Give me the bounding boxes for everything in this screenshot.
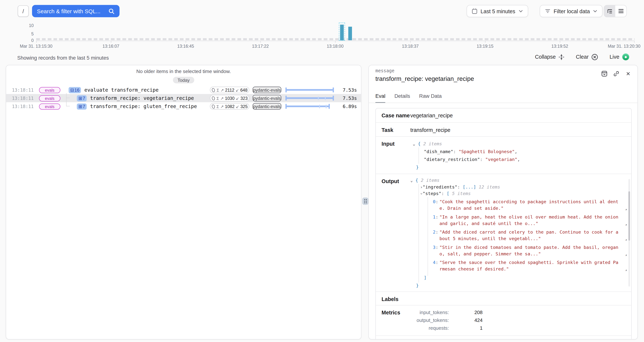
dock-panel-icon[interactable] xyxy=(601,70,608,77)
scope-badge: evals xyxy=(39,87,60,93)
case-name-value: vegetarian_recipe xyxy=(410,108,631,123)
record-row-evaluate-transform-recipe[interactable]: 13:18:11 evals ⊟ 16 evaluate transform_r… xyxy=(6,86,361,94)
clear-button[interactable]: Clear xyxy=(576,54,598,60)
sigma-icon: Σ xyxy=(216,96,219,100)
search-icon xyxy=(108,8,114,14)
output-token-count: 648 xyxy=(240,87,248,92)
tree-view-toggle[interactable] xyxy=(604,6,615,17)
timeline-bar-1[interactable] xyxy=(340,24,344,40)
tab-raw-data[interactable]: Raw Data xyxy=(419,93,442,103)
x-axis-label: Mar 31. 13:15:30 xyxy=(20,44,52,48)
record-row-vegetarian-recipe[interactable]: 13:18:11 evals ⊞ 7 transform_recipe: veg… xyxy=(6,94,361,102)
panel-resize-handle[interactable] xyxy=(362,198,368,205)
collapse-button[interactable]: Collapse xyxy=(535,54,564,60)
json-items-note: 2 items xyxy=(421,178,440,183)
detail-panel: message transform_recipe: vegetarian_rec… xyxy=(368,65,638,340)
json-steps-line[interactable]: ›"steps": [ 5 items xyxy=(410,190,631,197)
json-step-item: 4: "Serve the sauce over the cooked spag… xyxy=(410,260,631,273)
tab-eval[interactable]: Eval xyxy=(376,93,386,103)
date-separator-badge: Today xyxy=(173,77,194,83)
chevron-expanded-icon[interactable]: › xyxy=(418,192,425,195)
json-items-note: 5 items xyxy=(452,191,471,196)
record-row-gluten-free-recipe[interactable]: 13:18:11 evals ⊞ 7 transform_recipe: glu… xyxy=(6,102,361,110)
child-count: 7 xyxy=(83,96,85,100)
span-name: transform_recipe: vegetarian_recipe xyxy=(90,95,194,101)
duration-gantt-bar xyxy=(286,95,334,101)
metric-input-tokens: input_tokens:208 xyxy=(410,309,627,316)
token-usage-pill: Σ ↗ 1082 ↙ 325 xyxy=(210,103,249,110)
task-label: Task xyxy=(382,127,393,133)
collapse-children-badge[interactable]: ⊟ 16 xyxy=(68,87,81,93)
tree-view-icon xyxy=(607,8,613,14)
y-axis-tick-0: 0 xyxy=(24,38,34,43)
square-plus-icon: ⊞ xyxy=(78,104,82,109)
assertions-row: Assertions ✕ ✓ ✓ xyxy=(376,336,631,340)
task-row: Task transform_recipe xyxy=(376,122,631,136)
filter-local-data-dropdown[interactable]: Filter local data xyxy=(540,5,603,17)
timeline-bar-2[interactable] xyxy=(348,27,352,40)
close-panel-icon[interactable]: ✕ xyxy=(624,70,632,77)
x-axis-tick xyxy=(186,41,186,43)
calendar-icon xyxy=(472,8,477,14)
clear-button-label: Clear xyxy=(576,54,588,60)
output-token-count: 323 xyxy=(240,96,248,100)
chevron-collapsed-icon[interactable]: › xyxy=(420,184,422,190)
tree-connector-elbow xyxy=(66,98,70,98)
output-token-count: 325 xyxy=(240,104,248,109)
x-axis-label: 13:16:45 xyxy=(177,44,194,48)
span-name: evaluate transform_recipe xyxy=(84,87,158,93)
json-indent-guide xyxy=(418,147,419,164)
labels-row: Labels xyxy=(376,292,631,305)
expand-children-badge[interactable]: ⊞ 7 xyxy=(77,95,87,101)
square-plus-icon: ⊞ xyxy=(78,95,82,101)
output-label: Output xyxy=(382,178,399,184)
arrow-up-right-icon: ↗ xyxy=(220,96,224,100)
x-axis-label: 13:16:07 xyxy=(102,44,119,48)
json-ingredients-line[interactable]: ›"ingredients": [...] 12 items xyxy=(410,184,631,190)
detail-panel-title: transform_recipe: vegetarian_recipe xyxy=(376,75,474,82)
sigma-icon: Σ xyxy=(216,104,219,108)
output-json-tree[interactable]: ⌄ { 2 items ›"ingredients": [...] 12 ite… xyxy=(410,174,631,292)
sigma-icon: Σ xyxy=(217,88,219,92)
chevron-expanded-icon[interactable]: ⌄ xyxy=(413,140,415,148)
token-usage-pill: Σ ↗ 2112 ↙ 648 xyxy=(210,86,249,93)
live-label: Live xyxy=(610,54,620,60)
time-range-dropdown[interactable]: Last 5 minutes xyxy=(466,5,528,17)
keyboard-shortcut-hint: / xyxy=(18,6,29,17)
chevron-down-icon xyxy=(593,10,597,12)
copy-link-icon[interactable] xyxy=(613,70,620,77)
x-axis-label: 13:19:52 xyxy=(552,44,568,48)
x-axis-label: Mar 31. 13:20:30 xyxy=(608,44,640,48)
search-button[interactable]: Search & filter with SQL... xyxy=(32,5,120,17)
record-kind-label: message xyxy=(376,68,394,74)
x-axis-tick xyxy=(560,41,560,43)
expand-children-badge[interactable]: ⊞ 7 xyxy=(77,103,87,109)
list-view-toggle[interactable] xyxy=(615,6,626,17)
output-scrollbar[interactable] xyxy=(628,179,630,286)
output-scrollbar-thumb[interactable] xyxy=(628,191,630,240)
task-value: transform_recipe xyxy=(410,123,631,137)
live-toggle[interactable]: Live ◆ xyxy=(610,54,629,60)
json-items-note: 2 items xyxy=(423,141,442,146)
collapse-button-label: Collapse xyxy=(535,54,556,60)
chevron-expanded-icon[interactable]: ⌄ xyxy=(410,177,413,184)
case-name-row: Case name vegetarian_recipe xyxy=(376,108,631,122)
x-axis-tick xyxy=(485,41,486,43)
x-axis-tick xyxy=(335,41,336,43)
tab-details[interactable]: Details xyxy=(394,93,410,103)
token-coin-icon xyxy=(212,104,215,108)
duration-text: 6.89s xyxy=(338,104,357,109)
x-axis-tick xyxy=(410,41,411,43)
json-step-item: 1: "In a large pan, heat the olive oil o… xyxy=(410,214,631,227)
detail-tabs: Eval Details Raw Data xyxy=(376,93,442,103)
input-json-tree[interactable]: ⌄ { 2 items "dish_name": "Spaghetti Bolo… xyxy=(410,137,631,174)
arrow-down-left-icon: ↙ xyxy=(236,104,239,108)
record-rows: 13:18:11 evals ⊟ 16 evaluate transform_r… xyxy=(6,86,361,110)
shortcut-key-label: / xyxy=(22,8,24,14)
scope-badge: evals xyxy=(39,103,60,109)
token-coin-icon xyxy=(212,96,215,100)
service-tag: pydantic-evals xyxy=(253,95,282,101)
app-viewport: / Search & filter with SQL... Last 5 min… xyxy=(0,0,644,342)
timeline-chart[interactable] xyxy=(36,22,634,41)
metrics-row: Metrics input_tokens:208 output_tokens:4… xyxy=(376,305,631,336)
